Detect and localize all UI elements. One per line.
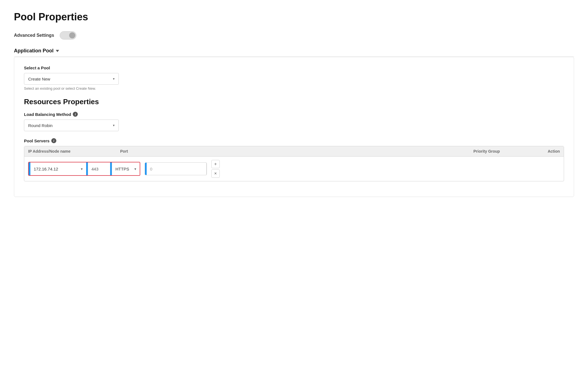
action-cell: + × (211, 160, 220, 178)
application-pool-chevron-icon[interactable] (56, 50, 59, 52)
priority-input[interactable] (147, 162, 207, 175)
table-row: 172.16.74.12 ▾ 443 HTTPS (28, 160, 560, 178)
pool-servers-label: Pool Servers i (24, 138, 564, 143)
load-balancing-label: Load Balancing Method i (24, 112, 564, 117)
load-balancing-chevron-icon: ▾ (113, 123, 115, 127)
ip-address-value: 172.16.74.12 (34, 167, 58, 171)
protocol-chevron-icon: ▾ (134, 167, 136, 171)
advanced-settings-label: Advanced Settings (14, 33, 54, 38)
select-pool-dropdown[interactable]: Create New ▾ (24, 73, 119, 85)
load-balancing-group: Load Balancing Method i Round Robin ▾ (24, 112, 564, 131)
protocol-value: HTTPS (115, 167, 129, 171)
select-pool-label: Select a Pool (24, 65, 564, 70)
pool-servers-info-icon[interactable]: i (51, 138, 56, 143)
ip-chevron-icon: ▾ (81, 167, 83, 171)
application-pool-title: Application Pool (14, 48, 54, 54)
select-pool-value: Create New (28, 77, 50, 81)
select-pool-chevron-icon: ▾ (113, 77, 115, 81)
pool-table-body: 172.16.74.12 ▾ 443 HTTPS (24, 157, 564, 181)
pool-servers-group: Pool Servers i IP Address/Node name Port… (24, 138, 564, 181)
port-input[interactable]: 443 (88, 162, 110, 175)
pool-table-header: IP Address/Node name Port Priority Group… (24, 146, 564, 157)
advanced-settings-toggle[interactable] (60, 31, 76, 40)
protocol-dropdown[interactable]: HTTPS ▾ (112, 162, 140, 175)
port-value: 443 (91, 167, 98, 171)
col-port-header: Port (120, 149, 471, 153)
add-row-button[interactable]: + (211, 160, 220, 168)
ip-port-protocol-group: 172.16.74.12 ▾ 443 HTTPS (28, 162, 140, 176)
pool-servers-table: IP Address/Node name Port Priority Group… (24, 146, 564, 181)
ip-address-dropdown[interactable]: 172.16.74.12 ▾ (30, 162, 86, 175)
application-pool-card: Select a Pool Create New ▾ Select an exi… (14, 57, 574, 197)
advanced-settings-row: Advanced Settings (14, 31, 574, 40)
resources-properties-title: Resources Properties (24, 98, 564, 106)
toggle-knob (69, 32, 75, 38)
page-title: Pool Properties (14, 11, 574, 23)
remove-row-button[interactable]: × (211, 169, 220, 178)
col-priority-header: Priority Group (473, 149, 535, 153)
priority-group-cell (145, 162, 207, 175)
col-ip-header: IP Address/Node name (28, 149, 117, 153)
load-balancing-dropdown[interactable]: Round Robin ▾ (24, 120, 119, 131)
load-balancing-value: Round Robin (28, 123, 53, 128)
select-pool-hint: Select an existing pool or select Create… (24, 86, 564, 91)
select-pool-group: Select a Pool Create New ▾ Select an exi… (24, 65, 564, 91)
load-balancing-info-icon[interactable]: i (73, 112, 78, 117)
application-pool-section-header: Application Pool (14, 48, 574, 57)
col-action-header: Action (538, 149, 560, 153)
